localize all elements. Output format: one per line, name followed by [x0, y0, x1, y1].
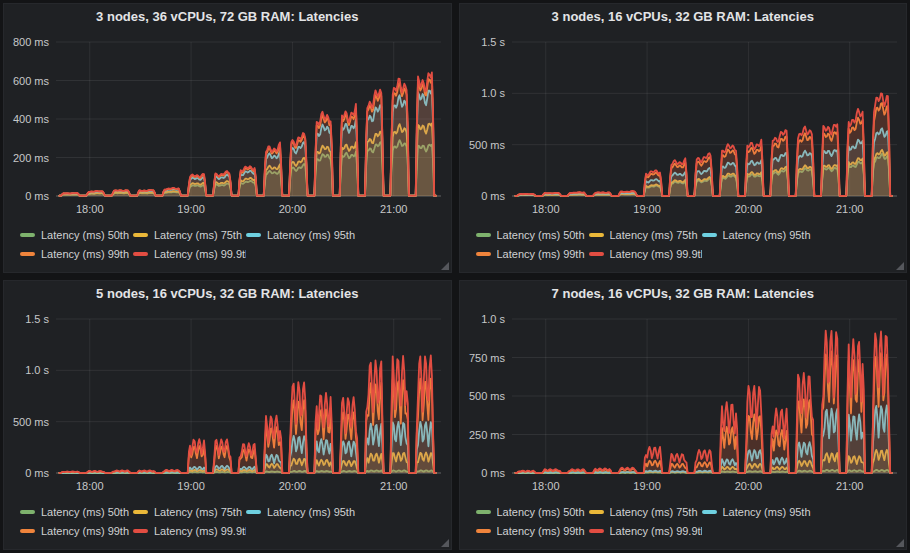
legend-swatch-icon [20, 510, 35, 514]
legend-item-50th[interactable]: Latency (ms) 50th [476, 225, 589, 244]
legend-label: Latency (ms) 99th [41, 248, 129, 260]
x-tick-label: 21:00 [835, 203, 863, 215]
legend-swatch-icon [589, 529, 604, 533]
legend-item-99th[interactable]: Latency (ms) 99th [476, 521, 589, 540]
panel-7-nodes-16-vcpus: 7 nodes, 16 vCPUs, 32 GB RAM: Latencies … [459, 280, 908, 550]
legend-swatch-icon [20, 252, 35, 256]
legend-item-999th[interactable]: Latency (ms) 99.9th [589, 521, 702, 540]
legend-item-75th[interactable]: Latency (ms) 75th [133, 225, 246, 244]
legend-item-99th[interactable]: Latency (ms) 99th [20, 244, 133, 263]
legend-swatch-icon [133, 233, 148, 237]
x-tick-label: 18:00 [532, 480, 560, 492]
legend-item-50th[interactable]: Latency (ms) 50th [20, 502, 133, 521]
latency-chart-plot[interactable]: 18:0019:0020:0021:000 ms250 ms500 ms750 … [460, 305, 907, 499]
x-tick-label: 19:00 [177, 480, 205, 492]
legend-item-95th[interactable]: Latency (ms) 95th [246, 502, 359, 521]
panel-title[interactable]: 3 nodes, 16 vCPUs, 32 GB RAM: Latencies [460, 4, 907, 28]
x-tick-label: 20:00 [279, 203, 307, 215]
y-tick-label: 600 ms [13, 75, 50, 87]
x-tick-label: 20:00 [734, 203, 762, 215]
legend-label: Latency (ms) 50th [497, 506, 585, 518]
y-tick-label: 500 ms [13, 416, 50, 428]
latency-chart-plot[interactable]: 18:0019:0020:0021:000 ms200 ms400 ms600 … [4, 28, 451, 222]
legend-label: Latency (ms) 99.9th [154, 248, 246, 260]
legend-item-95th[interactable]: Latency (ms) 95th [246, 225, 359, 244]
x-tick-label: 18:00 [532, 203, 560, 215]
y-tick-label: 1.5 s [25, 313, 49, 325]
legend-item-50th[interactable]: Latency (ms) 50th [20, 225, 133, 244]
y-tick-label: 0 ms [25, 190, 49, 202]
x-tick-label: 21:00 [835, 480, 863, 492]
legend-item-99th[interactable]: Latency (ms) 99th [476, 244, 589, 263]
y-tick-label: 1.0 s [481, 87, 505, 99]
panel-3-nodes-36-vcpus: 3 nodes, 36 vCPUs, 72 GB RAM: Latencies … [3, 3, 452, 273]
legend-item-75th[interactable]: Latency (ms) 75th [589, 225, 702, 244]
legend-swatch-icon [589, 233, 604, 237]
chart-canvas[interactable]: 18:0019:0020:0021:000 ms500 ms1.0 s1.5 s [4, 305, 451, 499]
legend-label: Latency (ms) 95th [267, 229, 355, 241]
panel-title[interactable]: 7 nodes, 16 vCPUs, 32 GB RAM: Latencies [460, 281, 907, 305]
panel-title[interactable]: 3 nodes, 36 vCPUs, 72 GB RAM: Latencies [4, 4, 451, 28]
legend-item-95th[interactable]: Latency (ms) 95th [702, 502, 815, 521]
y-tick-label: 0 ms [481, 190, 505, 202]
legend-swatch-icon [702, 510, 717, 514]
legend-item-50th[interactable]: Latency (ms) 50th [476, 502, 589, 521]
legend-label: Latency (ms) 99.9th [154, 525, 246, 537]
legend-label: Latency (ms) 75th [610, 506, 698, 518]
legend-item-999th[interactable]: Latency (ms) 99.9th [133, 244, 246, 263]
chart-legend: Latency (ms) 50th Latency (ms) 75th Late… [4, 499, 451, 549]
y-tick-label: 250 ms [468, 429, 505, 441]
chart-canvas[interactable]: 18:0019:0020:0021:000 ms250 ms500 ms750 … [460, 305, 907, 499]
latency-chart-plot[interactable]: 18:0019:0020:0021:000 ms500 ms1.0 s1.5 s [4, 305, 451, 499]
y-tick-label: 500 ms [468, 139, 505, 151]
x-tick-label: 18:00 [76, 480, 104, 492]
x-tick-label: 20:00 [734, 480, 762, 492]
y-tick-label: 0 ms [25, 467, 49, 479]
panel-title[interactable]: 5 nodes, 16 vCPUs, 32 GB RAM: Latencies [4, 281, 451, 305]
panel-resize-handle[interactable] [441, 539, 449, 547]
y-tick-label: 500 ms [468, 390, 505, 402]
y-tick-label: 200 ms [13, 152, 50, 164]
legend-label: Latency (ms) 50th [41, 229, 129, 241]
latency-chart-plot[interactable]: 18:0019:0020:0021:000 ms500 ms1.0 s1.5 s [460, 28, 907, 222]
legend-label: Latency (ms) 50th [497, 229, 585, 241]
legend-swatch-icon [589, 510, 604, 514]
legend-swatch-icon [133, 510, 148, 514]
chart-legend: Latency (ms) 50th Latency (ms) 75th Late… [4, 222, 451, 272]
chart-legend: Latency (ms) 50th Latency (ms) 75th Late… [460, 499, 907, 549]
legend-item-999th[interactable]: Latency (ms) 99.9th [133, 521, 246, 540]
legend-swatch-icon [476, 510, 491, 514]
legend-label: Latency (ms) 75th [610, 229, 698, 241]
panel-resize-handle[interactable] [441, 262, 449, 270]
y-tick-label: 750 ms [468, 352, 505, 364]
legend-label: Latency (ms) 99.9th [610, 248, 702, 260]
legend-label: Latency (ms) 75th [154, 229, 242, 241]
y-tick-label: 0 ms [481, 467, 505, 479]
legend-swatch-icon [702, 233, 717, 237]
legend-swatch-icon [246, 510, 261, 514]
y-tick-label: 1.0 s [25, 364, 49, 376]
legend-swatch-icon [133, 529, 148, 533]
legend-label: Latency (ms) 99th [497, 248, 585, 260]
x-tick-label: 19:00 [633, 480, 661, 492]
legend-item-99th[interactable]: Latency (ms) 99th [20, 521, 133, 540]
legend-label: Latency (ms) 95th [723, 506, 811, 518]
panel-resize-handle[interactable] [896, 262, 904, 270]
legend-item-95th[interactable]: Latency (ms) 95th [702, 225, 815, 244]
legend-label: Latency (ms) 50th [41, 506, 129, 518]
legend-item-999th[interactable]: Latency (ms) 99.9th [589, 244, 702, 263]
legend-item-75th[interactable]: Latency (ms) 75th [589, 502, 702, 521]
chart-canvas[interactable]: 18:0019:0020:0021:000 ms500 ms1.0 s1.5 s [460, 28, 907, 222]
x-tick-label: 21:00 [380, 480, 408, 492]
legend-swatch-icon [20, 529, 35, 533]
chart-canvas[interactable]: 18:0019:0020:0021:000 ms200 ms400 ms600 … [4, 28, 451, 222]
panel-5-nodes-16-vcpus: 5 nodes, 16 vCPUs, 32 GB RAM: Latencies … [3, 280, 452, 550]
legend-item-75th[interactable]: Latency (ms) 75th [133, 502, 246, 521]
y-tick-label: 1.5 s [481, 36, 505, 48]
legend-swatch-icon [476, 233, 491, 237]
legend-swatch-icon [589, 252, 604, 256]
chart-legend: Latency (ms) 50th Latency (ms) 75th Late… [460, 222, 907, 272]
y-tick-label: 400 ms [13, 113, 50, 125]
panel-resize-handle[interactable] [896, 539, 904, 547]
grafana-dashboard: 3 nodes, 36 vCPUs, 72 GB RAM: Latencies … [0, 0, 910, 553]
